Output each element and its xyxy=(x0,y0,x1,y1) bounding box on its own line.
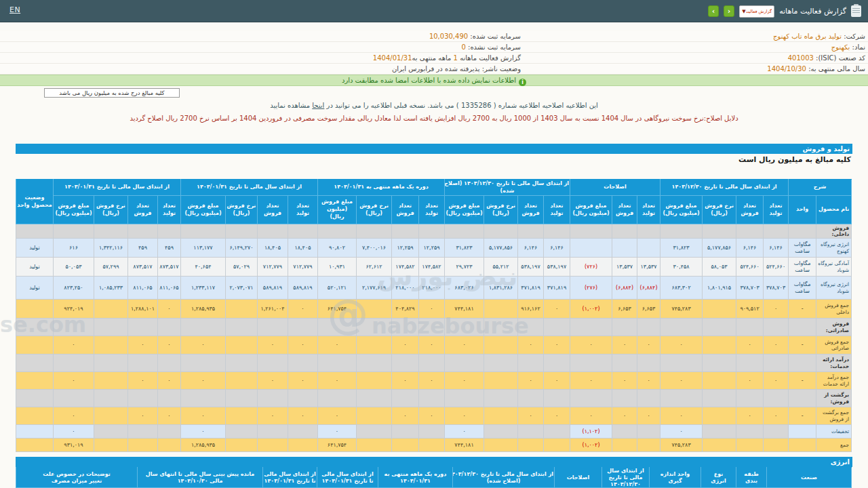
row-label: انرژی نیروگاهکهنوج xyxy=(816,239,852,258)
table-cell xyxy=(128,354,158,372)
table-cell xyxy=(484,390,518,407)
table-cell xyxy=(16,425,54,439)
table-cell xyxy=(703,439,736,452)
table-cell: ۲۱۸,۰۰۰ xyxy=(392,277,419,300)
table-cell: تولید xyxy=(16,277,54,300)
table-cell: ۰ xyxy=(419,372,445,390)
table-cell: ۶۱۶ xyxy=(54,239,94,258)
table-cell xyxy=(570,239,612,258)
table-cell xyxy=(789,319,816,336)
table-cell xyxy=(544,425,570,439)
energy-col-11: توضیحات در خصوص علتتغییر میزان مصرف xyxy=(16,468,138,488)
energy-col-5: اصلاحات xyxy=(555,468,602,488)
table-cell xyxy=(94,390,128,407)
row-label: جمع xyxy=(816,439,852,452)
table-cell xyxy=(128,425,158,439)
table-row: درآمد ارائهخدمات: xyxy=(16,354,852,372)
table-cell xyxy=(637,425,660,439)
issuer-status-label: وضعیت ناشر: xyxy=(482,65,521,73)
table-cell: ۱۱۳,۱۷۷ xyxy=(181,239,226,258)
table-cell xyxy=(392,390,419,407)
table-cell: ۶,۱۴۶ xyxy=(736,239,764,258)
table-cell: - xyxy=(789,336,816,354)
table-cell xyxy=(703,319,736,336)
energy-col-0: صنعت xyxy=(767,468,852,488)
table-cell: ۱۳,۵۳۷ xyxy=(612,258,637,277)
previous-report-button[interactable]: ‹ xyxy=(708,5,719,17)
table-cell xyxy=(736,354,764,372)
table-cell xyxy=(181,390,226,407)
table-row: فروشداخلی: xyxy=(16,224,852,239)
table-cell xyxy=(94,372,128,390)
energy-col-4: از ابتدای سالمالی تا تاریخ۱۴۰۳/۱۲/۳۰ xyxy=(602,468,650,488)
table-cell: ۱۷۴,۵۸۲ xyxy=(419,258,445,277)
table-cell: ۰ xyxy=(392,372,419,390)
table-cell xyxy=(357,372,392,390)
issuer-status-value: پذیرفته شده در فرابورس ایران xyxy=(392,65,480,73)
table-cell xyxy=(288,439,318,452)
table-cell xyxy=(518,354,544,372)
table-cell xyxy=(637,439,660,452)
table-cell xyxy=(518,224,544,239)
table-cell: - xyxy=(789,407,816,425)
table-cell: ۶۴۱,۷۵۴ xyxy=(318,439,357,452)
table-cell xyxy=(181,224,226,239)
table-cell: ۷۴۵,۲۸۳ xyxy=(660,439,703,452)
table-cell: ۱۰,۹۳۱ xyxy=(318,258,357,277)
energy-band: انرژی xyxy=(16,457,852,467)
table-cell: ۴۵۹ xyxy=(128,239,158,258)
company-value[interactable]: تولید برق ماه تاب کهنوج xyxy=(773,33,842,40)
table-cell xyxy=(226,300,258,319)
table-cell: ۰ xyxy=(158,372,181,390)
table-cell xyxy=(518,319,544,336)
energy-col-8: از ابتدای سال مالیتا تاریخ ۱۴۰۴/۰۱/۳۱ xyxy=(317,468,378,488)
table-cell xyxy=(637,319,660,336)
col-sale-amount: مبلغ فروش(میلیون ریال) xyxy=(660,196,703,224)
table-cell: ۰ xyxy=(764,372,789,390)
table-cell xyxy=(419,439,445,452)
table-cell xyxy=(158,425,181,439)
table-cell xyxy=(612,354,637,372)
registered-capital-label: سرمایه ثبت شده: xyxy=(470,33,521,40)
table-cell: ۱,۸۳۱,۲۸۶ xyxy=(484,277,518,300)
chevron-down-icon: ▼ xyxy=(742,9,745,14)
symbol-value[interactable]: بکهنوج xyxy=(831,43,850,51)
table-cell xyxy=(288,354,318,372)
clipboard-icon xyxy=(851,5,861,17)
table-cell xyxy=(392,425,419,439)
table-cell xyxy=(288,319,318,336)
col-group-3: دوره یک ماهه منتهی به ۱۴۰۴/۰۱/۳۱ xyxy=(318,180,445,196)
energy-col-10: مانده پیش بینی سال مالی تا انتهای سالمال… xyxy=(138,468,263,488)
table-cell: ۰ xyxy=(258,336,288,354)
row-label: جمع درآمدارائه خدمات xyxy=(816,372,852,390)
col-qty-produced: تعدادتولید xyxy=(637,196,660,224)
next-report-button[interactable]: › xyxy=(724,5,734,17)
table-cell xyxy=(357,425,392,439)
table-cell: ۰ xyxy=(518,336,544,354)
table-cell xyxy=(226,439,258,452)
table-cell: ۲۱۸,۰۰۰ xyxy=(419,277,445,300)
previous-version-link[interactable]: اینجا xyxy=(312,102,324,109)
amendment-line: این اطلاعیه اصلاحیه اطلاعیه شماره ( 1335… xyxy=(0,102,868,109)
table-cell xyxy=(419,390,445,407)
table-cell: ۳۷۱,۸۱۹ xyxy=(544,277,570,300)
table-row: جمع درآمدارائه خدمات-۰۰۰۰۰۰۰۰۰۰۰۰۰۰۰۰۰۰ xyxy=(16,372,852,390)
report-type-select[interactable]: گزارش فعالیت ... ▼ xyxy=(739,5,774,18)
table-cell: ۲,۱۷۷,۶۱۹ xyxy=(357,277,392,300)
table-cell xyxy=(357,354,392,372)
language-link[interactable]: EN xyxy=(9,5,20,14)
energy-col-9: از ابتدای سال مالیتا تاریخ ۱۴۰۳/۰۱/۳۱ xyxy=(263,468,317,488)
table-row: جمع فروشداخلی-۰۹۰۹,۵۱۲۷۴۵,۲۸۳۶,۶۵۳۶,۶۵۳(… xyxy=(16,300,852,319)
table-cell xyxy=(94,336,128,354)
table-cell xyxy=(419,224,445,239)
table-cell xyxy=(484,319,518,336)
company-label: شرکت: xyxy=(844,33,865,40)
report-period-date: 1404/01/31 xyxy=(373,54,412,62)
table-cell xyxy=(226,372,258,390)
table-cell xyxy=(226,224,258,239)
table-cell xyxy=(764,390,789,407)
table-cell: ۱۷۴,۵۸۲ xyxy=(392,258,419,277)
table-cell: ۵۷,۰۲۹ xyxy=(226,258,258,277)
table-cell xyxy=(392,354,419,372)
table-row: فروشصادراتی: xyxy=(16,319,852,336)
